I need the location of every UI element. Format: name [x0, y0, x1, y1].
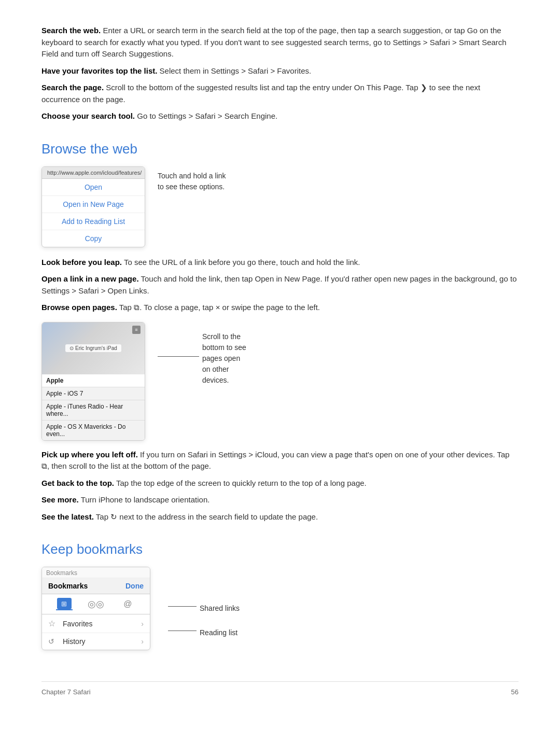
context-menu-url: http://www.apple.com/icloud/features/	[42, 167, 145, 179]
paragraph-browse-pages: Browse open pages. Tap ⧉. To close a pag…	[41, 302, 519, 314]
history-chevron-icon: ›	[141, 637, 144, 646]
tabs-list: Apple Apple - iOS 7 Apple - iTunes Radio…	[42, 374, 145, 440]
device-label: ⊙ Eric Ingrum's iPad	[65, 344, 121, 352]
favorites-chevron-icon: ›	[141, 620, 144, 628]
text-back-top: Tap the top edge of the screen to quickl…	[116, 479, 367, 487]
history-label: History	[63, 637, 86, 646]
text-browse-pages: Tap ⧉. To close a page, tap × or swipe t…	[119, 303, 320, 312]
tab-item-osx: Apple - OS X Mavericks - Do even...	[42, 421, 145, 440]
text-search-tool: Go to Settings > Safari > Search Engine.	[137, 111, 277, 120]
text-search-page: Scroll to the bottom of the suggested re…	[41, 83, 480, 104]
tabs-image-area: ⊙ Eric Ingrum's iPad ≡	[42, 323, 145, 374]
paragraph-search-page: Search the page. Scroll to the bottom of…	[41, 82, 519, 105]
paragraph-see-more: See more. Turn iPhone to landscape orien…	[41, 494, 519, 506]
paragraph-favorites: Have your favorites top the list. Select…	[41, 65, 519, 77]
browser-tabs-figure: ⊙ Eric Ingrum's iPad ≡ Apple Apple - iOS…	[41, 322, 519, 441]
bookmarks-tabs-row: ⊞ ◎◎ @	[42, 594, 150, 614]
context-menu-mockup: http://www.apple.com/icloud/features/ Op…	[41, 166, 145, 247]
paragraph-pick-up: Pick up where you left off. If you turn …	[41, 449, 519, 472]
bookmarks-tab-reading[interactable]: ◎◎	[88, 598, 104, 610]
reading-list-line	[168, 631, 197, 631]
footer: Chapter 7 Safari 56	[41, 681, 519, 696]
paragraph-look-before: Look before you leap. To see the URL of …	[41, 257, 519, 269]
reading-list-icon: ◎◎	[88, 598, 104, 610]
scroll-callout-area: Scroll to thebottom to seepages openon o…	[158, 322, 246, 386]
bold-back-top: Get back to the top.	[41, 479, 114, 487]
callout-line-scroll	[158, 356, 199, 357]
bookmarks-tab-icon: ⊞	[57, 598, 72, 609]
bold-search-page: Search the page.	[41, 83, 104, 92]
context-menu-caption: Touch and hold a linkto see these option…	[158, 166, 226, 192]
shared-links-callout: Shared links	[168, 599, 240, 614]
browser-tabs-mockup: ⊙ Eric Ingrum's iPad ≡ Apple Apple - iOS…	[41, 322, 145, 441]
bold-pick-up: Pick up where you left off.	[41, 450, 138, 459]
bookmarks-done-button[interactable]: Done	[125, 582, 144, 590]
footer-chapter: Chapter 7 Safari	[41, 688, 91, 696]
bold-look-before: Look before you leap.	[41, 258, 122, 267]
text-look-before: To see the URL of a link before you go t…	[124, 258, 360, 267]
bookmarks-mockup: Bookmarks Bookmarks Done ⊞ ◎◎ @	[41, 567, 150, 650]
context-menu-open[interactable]: Open	[42, 179, 145, 196]
text-see-latest: Tap ↻ next to the address in the search …	[96, 512, 318, 521]
bold-search-tool: Choose your search tool.	[41, 111, 135, 120]
history-icon: ↺	[48, 637, 59, 646]
shared-links-callout-text: Shared links	[200, 599, 240, 614]
paragraph-back-top: Get back to the top. Tap the top edge of…	[41, 478, 519, 489]
page-content: Search the web. Enter a URL or search te…	[41, 25, 519, 696]
text-search-web: Enter a URL or search term in the search…	[41, 26, 507, 58]
context-menu-copy[interactable]: Copy	[42, 230, 145, 247]
bold-see-latest: See the latest.	[41, 512, 94, 521]
text-favorites: Select them in Settings > Safari > Favor…	[160, 66, 312, 75]
context-menu-add-reading[interactable]: Add to Reading List	[42, 213, 145, 230]
bookmarks-tab-shared[interactable]: @	[119, 598, 136, 610]
text-see-more: Turn iPhone to landscape orientation.	[81, 495, 210, 504]
scroll-callout-text: Scroll to thebottom to seepages openon o…	[202, 327, 246, 386]
bold-favorites: Have your favorites top the list.	[41, 66, 157, 75]
tab-item-itunes: Apple - iTunes Radio - Hear where...	[42, 400, 145, 421]
paragraph-search-tool: Choose your search tool. Go to Settings …	[41, 110, 519, 122]
paragraph-search-web: Search the web. Enter a URL or search te…	[41, 25, 519, 60]
bookmarks-figure: Bookmarks Bookmarks Done ⊞ ◎◎ @	[41, 567, 519, 650]
context-menu-figure: http://www.apple.com/icloud/features/ Op…	[41, 166, 519, 247]
bold-browse-pages: Browse open pages.	[41, 303, 117, 312]
reading-list-callout: Reading list	[168, 623, 240, 638]
bookmarks-callouts: Shared links Reading list	[163, 567, 240, 638]
bold-see-more: See more.	[41, 495, 79, 504]
shared-links-icon: @	[123, 599, 132, 609]
bookmarks-header-label: Bookmarks	[42, 567, 150, 578]
section-bookmarks-heading: Keep bookmarks	[41, 541, 519, 557]
tabs-icon: ≡	[135, 327, 137, 332]
favorites-icon: ☆	[48, 619, 59, 628]
bookmarks-row-favorites[interactable]: ☆ Favorites ›	[42, 614, 150, 633]
paragraph-see-latest: See the latest. Tap ↻ next to the addres…	[41, 511, 519, 523]
section-browse-heading: Browse the web	[41, 141, 519, 157]
footer-page-number: 56	[511, 688, 519, 696]
bookmarks-row-history[interactable]: ↺ History ›	[42, 633, 150, 650]
bookmarks-title-row: Bookmarks Done	[42, 578, 150, 594]
reading-list-callout-text: Reading list	[200, 623, 237, 638]
bookmarks-mockup-wrapper: Bookmarks Bookmarks Done ⊞ ◎◎ @	[41, 567, 150, 650]
shared-links-line	[168, 606, 197, 607]
bold-open-link: Open a link in a new page.	[41, 274, 139, 283]
bold-search-web: Search the web.	[41, 26, 101, 35]
context-menu-open-new[interactable]: Open in New Page	[42, 196, 145, 213]
favorites-label: Favorites	[63, 620, 93, 628]
bookmarks-tab-bookmarks[interactable]: ⊞	[56, 598, 73, 610]
tab-item-apple: Apple	[42, 374, 145, 387]
paragraph-open-link: Open a link in a new page. Touch and hol…	[41, 273, 519, 297]
tab-item-ios7: Apple - iOS 7	[42, 387, 145, 400]
bookmarks-title: Bookmarks	[48, 582, 88, 590]
